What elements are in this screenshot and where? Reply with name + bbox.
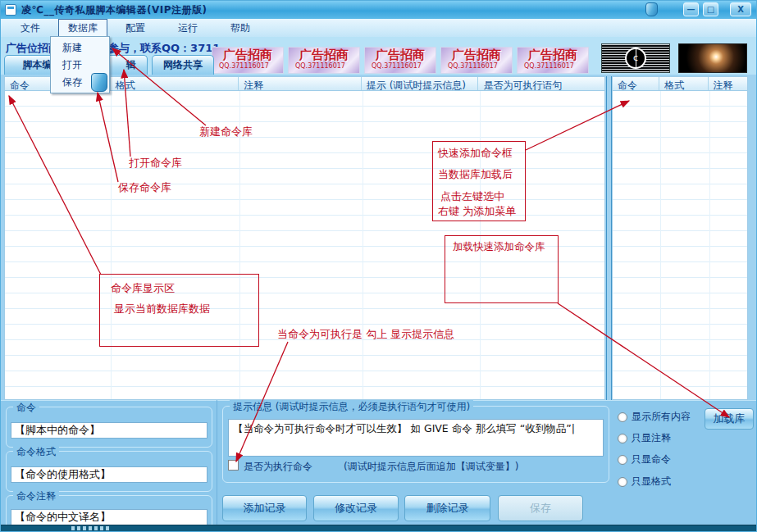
- filter-show-all[interactable]: 显示所有内容: [618, 410, 691, 424]
- grid-column-line: [660, 91, 661, 399]
- column-header-comment[interactable]: 注释: [709, 77, 747, 90]
- hint-group-label: 提示信息 (调试时提示信息，必须是执行语句才可使用): [230, 400, 473, 414]
- executable-checkbox-label: 是否为执行命令: [244, 460, 312, 474]
- annotation-executable-note: 当命令为可执行是 勾上 显示提示信息: [277, 327, 454, 342]
- maximize-button[interactable]: □: [703, 2, 718, 16]
- ad-banner-title: 广告招商: [441, 48, 512, 62]
- menu-run[interactable]: 运行: [163, 20, 212, 37]
- command-input[interactable]: [11, 422, 207, 439]
- filter-label: 只显命令: [632, 452, 671, 466]
- ad-banner-qq: QQ.371116017: [365, 62, 436, 70]
- app-icon: [5, 4, 16, 16]
- filter-comment-only[interactable]: 只显注释: [618, 431, 671, 445]
- annotation-line: 当数据库加载后: [438, 167, 513, 182]
- striped-logo-banner[interactable]: c: [601, 43, 670, 73]
- grid-column-line: [111, 91, 112, 399]
- ad-banner[interactable]: 广告招商 QQ.371116017: [517, 47, 589, 74]
- load-library-button[interactable]: 加载库: [705, 408, 754, 430]
- column-header-format[interactable]: 格式: [111, 77, 239, 90]
- ad-banner-title: 广告招商: [518, 48, 588, 62]
- annotation-quick-add-box: 快速添加命令框 当数据库加载后 点击左键选中 右键 为添加菜单: [432, 141, 526, 221]
- comment-group-label: 命令注释: [13, 489, 59, 503]
- comment-input[interactable]: [11, 509, 207, 525]
- column-header-command[interactable]: 命令: [613, 77, 659, 90]
- ad-banner-qq: QQ.371116017: [518, 62, 588, 70]
- quick-add-grid-header: 命令 格式 注释: [612, 76, 748, 91]
- save-button: 保存: [498, 495, 583, 521]
- status-strip: [1, 525, 757, 532]
- filter-command-only[interactable]: 只显命令: [618, 452, 671, 466]
- column-header-executable[interactable]: 是否为可执行语句: [478, 77, 604, 90]
- filter-label: 显示所有内容: [632, 410, 691, 424]
- radio-icon[interactable]: [618, 455, 627, 465]
- annotation-line: 显示当前数据库数据: [114, 302, 210, 316]
- delete-record-button[interactable]: 删除记录: [404, 495, 490, 521]
- filter-label: 只显格式: [632, 475, 671, 489]
- ad-banner-title: 广告招商: [289, 48, 359, 62]
- circle-c-logo-icon: c: [625, 48, 646, 69]
- glow-orb-banner[interactable]: [678, 43, 747, 73]
- menu-help[interactable]: 帮助: [216, 20, 265, 37]
- command-group-label: 命令: [13, 401, 39, 415]
- filter-format-only[interactable]: 只显格式: [618, 475, 671, 489]
- annotation-line: 加载快速添加命令库: [453, 240, 545, 254]
- panel-separator: [217, 400, 217, 525]
- ad-banner-qq: QQ.371116017: [212, 62, 283, 70]
- annotation-save-library: 保存命令库: [118, 180, 171, 195]
- annotation-line: 点击左键选中: [440, 189, 504, 204]
- column-header-comment[interactable]: 注释: [239, 77, 362, 90]
- annotation-load-quick-box: 加载快速添加命令库: [445, 235, 559, 303]
- floating-jar-icon[interactable]: [91, 73, 107, 92]
- radio-icon[interactable]: [618, 412, 627, 422]
- add-record-button[interactable]: 添加记录: [222, 495, 307, 521]
- annotation-display-area-box: 命令库显示区 显示当前数据库数据: [99, 274, 259, 347]
- ad-banner-qq: QQ.371116017: [441, 62, 512, 70]
- column-header-format[interactable]: 格式: [659, 77, 708, 90]
- ad-banner-qq: QQ.371116017: [289, 62, 359, 70]
- app-window: 凌℃__传奇私服脚本编辑器(VIP注册版) — □ X 文件 数据库 配置 运行…: [0, 0, 757, 532]
- executable-checkbox-note: (调试时提示信息后面追加【调试变量】): [344, 460, 518, 474]
- grid-column-line: [363, 91, 363, 399]
- hint-input[interactable]: 【当命令为可执行命令时才可以生效】 如 GIVE 命令 那么填写 “收到物品”|: [228, 419, 604, 457]
- ad-banner-title: 广告招商: [365, 48, 436, 62]
- column-header-hint[interactable]: 提示 (调试时提示信息): [362, 77, 479, 90]
- close-button[interactable]: X: [730, 2, 751, 16]
- menu-file[interactable]: 文件: [6, 20, 55, 37]
- annotation-line: 右键 为添加菜单: [438, 204, 516, 219]
- format-group-label: 命令格式: [13, 445, 59, 459]
- ad-banner[interactable]: 广告招商 QQ.371116017: [212, 47, 284, 74]
- menu-config[interactable]: 配置: [111, 20, 160, 37]
- menu-database[interactable]: 数据库: [58, 19, 107, 38]
- filter-label: 只显注释: [632, 431, 671, 445]
- quick-add-grid-body[interactable]: [612, 91, 748, 400]
- menu-item-open[interactable]: 打开: [51, 57, 109, 74]
- ad-banner[interactable]: 广告招商 QQ.371116017: [288, 47, 360, 74]
- radio-icon[interactable]: [618, 434, 627, 443]
- tab-network-share[interactable]: 网络共享: [152, 55, 214, 75]
- ad-banner[interactable]: 广告招商 QQ.371116017: [440, 47, 513, 74]
- format-input[interactable]: [11, 466, 207, 483]
- radio-icon[interactable]: [618, 477, 627, 487]
- ad-text-right: 参与，联系QQ：3711_: [108, 41, 226, 56]
- titlebar: 凌℃__传奇私服脚本编辑器(VIP注册版) — □ X: [1, 1, 757, 19]
- minimize-button[interactable]: —: [683, 2, 699, 16]
- annotation-line: 命令库显示区: [111, 281, 175, 296]
- trash-jar-icon[interactable]: [645, 2, 658, 16]
- annotation-open-library: 打开命令库: [129, 156, 182, 171]
- menu-item-new[interactable]: 新建: [51, 39, 109, 57]
- annotation-new-library: 新建命令库: [199, 125, 253, 139]
- modify-record-button[interactable]: 修改记录: [313, 495, 399, 521]
- annotation-line: 快速添加命令框: [438, 146, 513, 161]
- window-title: 凌℃__传奇私服脚本编辑器(VIP注册版): [21, 3, 207, 17]
- status-fragment: [71, 526, 111, 530]
- menubar: 文件 数据库 配置 运行 帮助: [1, 19, 757, 37]
- executable-checkbox[interactable]: [228, 460, 239, 471]
- ad-banner-title: 广告招商: [212, 48, 283, 62]
- grid-column-line: [709, 91, 710, 399]
- ad-banner[interactable]: 广告招商 QQ.371116017: [364, 47, 436, 74]
